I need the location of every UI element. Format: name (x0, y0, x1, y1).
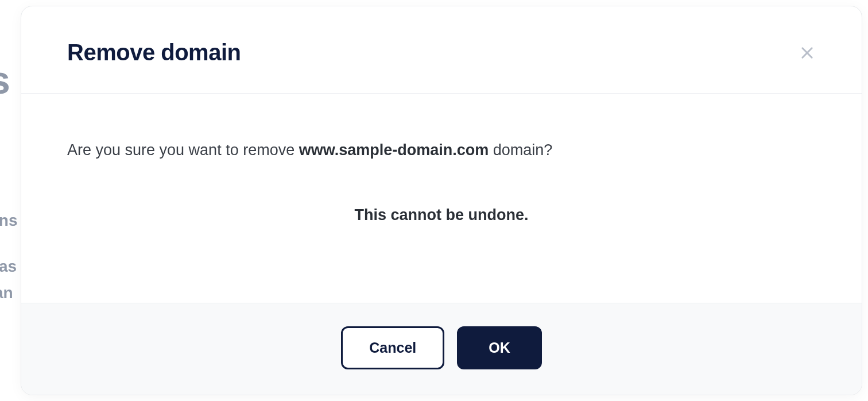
confirm-suffix: domain? (489, 141, 552, 159)
cancel-button[interactable]: Cancel (341, 326, 444, 369)
domain-name: www.sample-domain.com (299, 141, 489, 159)
remove-domain-modal: Remove domain Are you sure you want to r… (21, 6, 862, 395)
background-heading-fragment: s (0, 55, 10, 105)
modal-body: Are you sure you want to remove www.samp… (21, 94, 862, 303)
confirm-prefix: Are you sure you want to remove (67, 141, 299, 159)
modal-footer: Cancel OK (21, 303, 862, 395)
confirm-message: Are you sure you want to remove www.samp… (67, 140, 816, 161)
background-text-fragment-3: an (0, 283, 13, 303)
background-text-fragment-2: as (0, 256, 17, 277)
modal-header: Remove domain (21, 6, 862, 94)
background-text-fragment-1: ins (0, 210, 17, 231)
close-icon[interactable] (799, 44, 816, 61)
warning-message: This cannot be undone. (67, 206, 816, 224)
modal-title: Remove domain (67, 40, 241, 65)
ok-button[interactable]: OK (457, 326, 542, 369)
